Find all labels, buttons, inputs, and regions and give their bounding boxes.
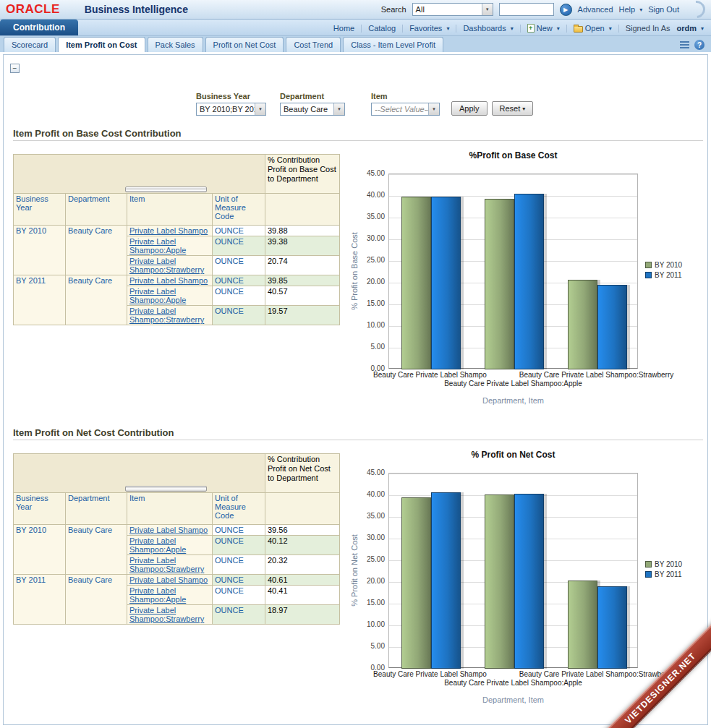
uom-cell[interactable]: OUNCE	[213, 286, 265, 306]
nav-favorites[interactable]: Favorites ▾	[409, 24, 449, 33]
item-cell[interactable]: Private Label Shampoo:Apple	[127, 286, 213, 306]
nav-catalog[interactable]: Catalog	[368, 24, 396, 33]
legend-label: BY 2010	[655, 560, 682, 568]
column-header-business-year[interactable]: Business Year	[14, 493, 66, 525]
business-year-cell[interactable]: BY 2011	[14, 575, 66, 625]
item-cell[interactable]: Private Label Shampo	[127, 226, 213, 236]
uom-cell[interactable]: OUNCE	[213, 256, 265, 275]
collapse-section-button[interactable]: −	[10, 64, 20, 73]
dashboard-tab-scorecard[interactable]: Scorecard	[4, 37, 56, 52]
business-year-cell[interactable]: BY 2011	[14, 275, 66, 325]
prompt-item: Item --Select Value-- ▼	[371, 92, 440, 116]
chevron-down-icon: ▾	[557, 25, 560, 32]
bar-by-2010-3[interactable]	[568, 280, 597, 369]
item-cell[interactable]: Private Label Shampoo:Strawberry	[127, 605, 213, 625]
bar-by-2010-2[interactable]	[485, 494, 514, 669]
department-select[interactable]: Beauty Care ▼	[280, 103, 345, 116]
pivot-column-scrollbar[interactable]	[125, 187, 207, 192]
measure-column-header[interactable]: % Contribution Profit on Base Cost to De…	[265, 155, 340, 194]
chevron-down-icon[interactable]: ▼	[333, 103, 344, 115]
dashboard-tab-profit-on-net-cost[interactable]: Profit on Net Cost	[205, 37, 284, 52]
chevron-down-icon[interactable]: ▼	[482, 4, 493, 15]
pivot-row: BY 2010Beauty CarePrivate Label ShampoOU…	[14, 226, 340, 236]
nav-open[interactable]: Open ▾	[574, 24, 612, 33]
department-cell[interactable]: Beauty Care	[66, 575, 127, 625]
bar-by-2011-2[interactable]	[514, 494, 544, 669]
page-options-icon[interactable]	[680, 40, 689, 50]
dashboard-tab-cost-trend[interactable]: Cost Trend	[286, 37, 341, 52]
uom-cell[interactable]: OUNCE	[213, 586, 265, 605]
apply-button[interactable]: Apply	[451, 101, 488, 116]
bar-by-2011-3[interactable]	[597, 285, 627, 369]
uom-cell[interactable]: OUNCE	[213, 555, 265, 575]
item-cell[interactable]: Private Label Shampoo:Apple	[127, 236, 213, 256]
dashboard-page-tab-contribution[interactable]: Contribution	[0, 20, 78, 35]
column-header-unit-of-measure-code[interactable]: Unit of Measure Code	[213, 194, 265, 226]
uom-cell[interactable]: OUNCE	[213, 306, 265, 325]
item-cell[interactable]: Private Label Shampoo:Strawberry	[127, 256, 213, 275]
item-cell[interactable]: Private Label Shampo	[127, 275, 213, 286]
dashboard-tabstrip: ScorecardItem Profit on CostPack SalesPr…	[0, 36, 711, 52]
chevron-down-icon[interactable]: ▼	[428, 103, 439, 115]
item-cell[interactable]: Private Label Shampoo:Apple	[127, 586, 213, 605]
pivot-column-scrollbar[interactable]	[125, 486, 207, 492]
nav-home[interactable]: Home	[333, 24, 354, 33]
reset-button[interactable]: Reset ▾	[492, 101, 534, 116]
bar-by-2011-2[interactable]	[514, 194, 544, 369]
bar-by-2010-2[interactable]	[485, 199, 514, 369]
dashboard-tab-class-item-level-profit[interactable]: Class - Item Level Profit	[343, 37, 443, 52]
help-icon[interactable]: ?	[694, 40, 704, 50]
item-cell[interactable]: Private Label Shampoo:Strawberry	[127, 555, 213, 575]
business-year-cell[interactable]: BY 2010	[14, 525, 66, 575]
uom-cell[interactable]: OUNCE	[213, 536, 265, 555]
measure-column-header[interactable]: % Contribution Profit on Net Cost to Dep…	[265, 454, 340, 493]
department-cell[interactable]: Beauty Care	[66, 525, 127, 575]
advanced-link[interactable]: Advanced	[578, 5, 613, 14]
legend-entry: BY 2011	[645, 271, 682, 279]
item-select[interactable]: --Select Value-- ▼	[371, 103, 440, 116]
nav-dashboards[interactable]: Dashboards ▾	[463, 24, 513, 33]
bar-by-2011-1[interactable]	[431, 197, 461, 369]
column-header-business-year[interactable]: Business Year	[14, 194, 66, 226]
search-input[interactable]	[499, 3, 554, 16]
category-label: Beauty Care Private Label Shampo	[373, 670, 487, 678]
chevron-down-icon[interactable]: ▼	[255, 103, 265, 115]
column-header-department[interactable]: Department	[66, 194, 127, 226]
column-header-item[interactable]: Item	[127, 194, 213, 226]
uom-cell[interactable]: OUNCE	[213, 605, 265, 625]
column-header-item[interactable]: Item	[127, 493, 213, 525]
search-scope-select[interactable]: All ▼	[412, 3, 493, 16]
chevron-down-icon: ▾	[639, 7, 642, 13]
uom-cell[interactable]: OUNCE	[213, 275, 265, 286]
dashboard-tab-pack-sales[interactable]: Pack Sales	[148, 37, 203, 52]
bar-by-2011-1[interactable]	[431, 492, 461, 669]
search-go-button[interactable]: ▶	[560, 4, 572, 16]
section-title-net-cost: Item Profit on Net Cost Contribution	[13, 427, 703, 438]
uom-cell[interactable]: OUNCE	[213, 525, 265, 536]
item-cell[interactable]: Private Label Shampoo:Apple	[127, 536, 213, 555]
uom-cell[interactable]: OUNCE	[213, 236, 265, 256]
bar-by-2010-1[interactable]	[401, 197, 431, 369]
nav-new[interactable]: + New ▾	[527, 24, 560, 33]
bar-by-2010-3[interactable]	[568, 581, 597, 669]
item-cell[interactable]: Private Label Shampoo:Strawberry	[127, 306, 213, 325]
column-header-department[interactable]: Department	[66, 493, 127, 525]
item-cell[interactable]: Private Label Shampo	[127, 525, 213, 536]
item-cell[interactable]: Private Label Shampo	[127, 575, 213, 586]
department-cell[interactable]: Beauty Care	[66, 275, 127, 325]
help-menu[interactable]: Help ▾	[619, 5, 643, 14]
uom-cell[interactable]: OUNCE	[213, 575, 265, 586]
chevron-down-icon: ▾	[522, 106, 525, 112]
dashboard-tab-item-profit-on-cost[interactable]: Item Profit on Cost	[58, 37, 145, 52]
chart-title: %Profit on Base Cost	[388, 150, 638, 160]
business-year-cell[interactable]: BY 2010	[14, 226, 66, 275]
section-title-base-cost: Item Profit on Base Cost Contribution	[13, 128, 703, 139]
department-cell[interactable]: Beauty Care	[66, 226, 127, 275]
bar-by-2010-1[interactable]	[401, 497, 431, 669]
column-header-unit-of-measure-code[interactable]: Unit of Measure Code	[213, 493, 265, 525]
user-menu[interactable]: ordm ▾	[676, 24, 704, 33]
uom-cell[interactable]: OUNCE	[213, 226, 265, 236]
sign-out-link[interactable]: Sign Out	[648, 5, 679, 14]
business-year-select[interactable]: BY 2010;BY 2011 ▼	[196, 103, 266, 116]
bar-by-2011-3[interactable]	[597, 586, 627, 669]
